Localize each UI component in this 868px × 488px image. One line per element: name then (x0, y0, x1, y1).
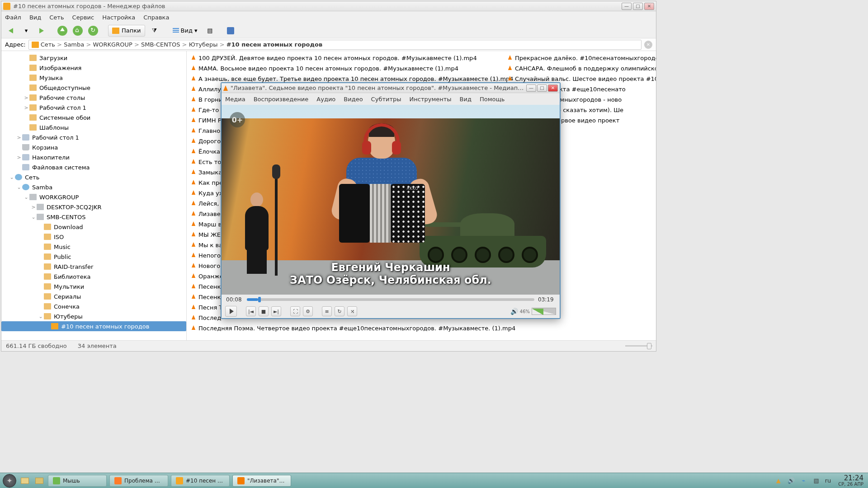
breadcrumb-segment[interactable]: Ютуберы (189, 41, 218, 48)
fm-menu-item[interactable]: Файл (5, 14, 21, 21)
clock[interactable]: 21:24 СР, 26 АПР (838, 474, 863, 487)
vlc-menu-item[interactable]: Воспроизведение (254, 96, 309, 103)
tree-item[interactable]: Загрузки (1, 53, 186, 63)
fm-menu-item[interactable]: Сервис (72, 14, 94, 21)
nav-up-button[interactable] (57, 25, 68, 37)
fm-menu-item[interactable]: Сеть (49, 14, 64, 21)
vlc-close-button[interactable]: ✕ (548, 84, 558, 92)
tree-item[interactable]: Download (1, 222, 186, 232)
prev-button[interactable]: |◄ (246, 306, 256, 316)
vlc-menu-item[interactable]: Инструменты (410, 96, 452, 103)
tree-item[interactable]: Музыка (1, 73, 186, 83)
tray-updates-icon[interactable]: ▲ (774, 477, 783, 485)
breadcrumb-segment[interactable]: SMB-CENTOS (141, 41, 180, 48)
tree-item[interactable]: Изображения (1, 63, 186, 73)
tree-item[interactable]: Библиотека (1, 272, 186, 282)
playlist-button[interactable]: ≡ (322, 306, 332, 316)
filter-button[interactable]: ⧩ (149, 25, 160, 37)
tree-item[interactable]: Сонечка (1, 301, 186, 311)
tree-item[interactable]: >DESKTOP-3CQ2JKR (1, 202, 186, 212)
nav-forward-button[interactable] (36, 25, 47, 37)
tree-item[interactable]: >Рабочие столы (1, 93, 186, 103)
vlc-menu-item[interactable]: Субтитры (371, 96, 401, 103)
vlc-menu-item[interactable]: Аудио (316, 96, 335, 103)
tree-item[interactable]: ⌄SMB-CENTOS (1, 212, 186, 222)
nav-back-button[interactable] (5, 25, 17, 37)
tree-item[interactable]: ⌄WORKGROUP (1, 192, 186, 202)
next-button[interactable]: ►| (271, 306, 281, 316)
taskbar-task[interactable]: #10 песен атом… (171, 475, 230, 487)
vlc-minimize-button[interactable]: — (526, 84, 536, 92)
minimize-button[interactable]: — (622, 3, 632, 10)
expand-icon[interactable]: ⌄ (16, 184, 22, 190)
expand-icon[interactable]: > (16, 155, 22, 160)
breadcrumb-segment[interactable]: Сеть (41, 41, 55, 48)
file-item[interactable]: МАМА. Восьмое видео проекта 10 песен ато… (190, 63, 507, 73)
tree-item[interactable]: ISO (1, 232, 186, 242)
fm-menu-item[interactable]: Настройка (102, 14, 135, 21)
fm-menu-item[interactable]: Вид (29, 14, 41, 21)
breadcrumb-segment[interactable]: WORKGROUP (93, 41, 132, 48)
stop-button[interactable]: ■ (259, 306, 269, 316)
video-area[interactable]: AKKO 0+ Евгений Черкашин ЗАТО Озёрск, Че… (222, 105, 560, 295)
folder-tree[interactable]: ЗагрузкиИзображенияМузыкаОбщедоступные>Р… (1, 51, 187, 340)
expand-icon[interactable]: > (16, 135, 22, 141)
maximize-button[interactable]: □ (633, 3, 643, 10)
file-item[interactable]: Последняя Поэма. Четвертое видео проекта… (190, 323, 507, 333)
fm-menu-item[interactable]: Справка (143, 14, 169, 21)
start-button[interactable] (3, 474, 16, 488)
show-desktop-button[interactable] (19, 475, 31, 487)
tray-network-icon[interactable]: ▧ (812, 477, 821, 485)
zoom-slider[interactable] (127, 343, 651, 349)
vlc-menu-item[interactable]: Помощь (480, 96, 505, 103)
nav-back-dropdown[interactable]: ▾ (20, 25, 32, 37)
breadcrumb-segment[interactable]: #10 песен атомных городов (226, 41, 322, 48)
tree-item[interactable]: #10 песен атомных городов (1, 321, 186, 331)
vlc-maximize-button[interactable]: □ (537, 84, 547, 92)
taskbar-task[interactable]: Проблема при … (109, 475, 168, 487)
expand-icon[interactable]: ⌄ (23, 194, 29, 200)
expand-icon[interactable]: > (30, 204, 37, 210)
file-item[interactable]: 100 ДРУЗЕЙ. Девятое видео проекта 10 пес… (190, 53, 507, 63)
vlc-menu-item[interactable]: Вид (460, 96, 472, 103)
expand-icon[interactable]: > (23, 95, 29, 101)
tree-item[interactable]: ⌄Samba (1, 182, 186, 192)
tree-item[interactable]: >Рабочий стол 1 (1, 132, 186, 142)
tree-item[interactable]: Системные обои (1, 113, 186, 122)
tree-item[interactable]: Мультики (1, 282, 186, 291)
vlc-titlebar[interactable]: "Лизавета". Седьмое видео проекта "10 пе… (222, 83, 560, 93)
taskbar-task[interactable]: "Лизавета". Сед… (232, 475, 291, 487)
tree-item[interactable]: ⌄Сеть (1, 172, 186, 182)
tree-item[interactable]: Public (1, 252, 186, 262)
tree-item[interactable]: RAID-transfer (1, 262, 186, 272)
seek-slider[interactable] (247, 298, 534, 301)
expand-icon[interactable]: ⌄ (30, 214, 37, 220)
view-mode-button[interactable]: Вид ▾ (170, 25, 201, 37)
tree-item[interactable]: Music (1, 242, 186, 252)
expand-icon[interactable]: ⌄ (38, 314, 44, 319)
file-item[interactable]: Прекрасное далёко. #10песенатомныхгородо… (507, 53, 656, 63)
tree-item[interactable]: Сериалы (1, 291, 186, 301)
fullscreen-button[interactable]: ⛶ (290, 306, 300, 316)
expand-icon[interactable]: ⌄ (9, 174, 15, 180)
volume-icon[interactable]: 🔊 (510, 308, 518, 315)
shuffle-button[interactable]: ⤨ (347, 306, 357, 316)
tree-item[interactable]: Корзина (1, 142, 186, 152)
loop-button[interactable]: ↻ (335, 306, 344, 316)
play-button[interactable] (225, 306, 237, 317)
clear-address-button[interactable]: ✕ (644, 41, 652, 49)
nav-refresh-button[interactable] (87, 25, 99, 37)
vlc-menu-item[interactable]: Видео (344, 96, 363, 103)
folders-toggle-button[interactable]: Папки (108, 25, 145, 37)
view-config-button[interactable]: ▤ (204, 25, 216, 37)
tree-item[interactable]: >Накопители (1, 152, 186, 162)
tree-item[interactable]: Файловая система (1, 162, 186, 172)
tree-item[interactable]: Общедоступные (1, 83, 186, 93)
volume-slider[interactable] (532, 308, 556, 315)
vlc-menu-item[interactable]: Медиа (225, 96, 245, 103)
file-item[interactable]: САНСАРА. Флешмоб в поддержку олимпийской… (507, 63, 656, 73)
nav-home-button[interactable] (72, 25, 84, 37)
app-indicator-icon[interactable] (225, 25, 236, 37)
tray-bluetooth-icon[interactable]: ⌁ (800, 477, 808, 485)
taskbar-task[interactable]: Мышь (48, 475, 107, 487)
